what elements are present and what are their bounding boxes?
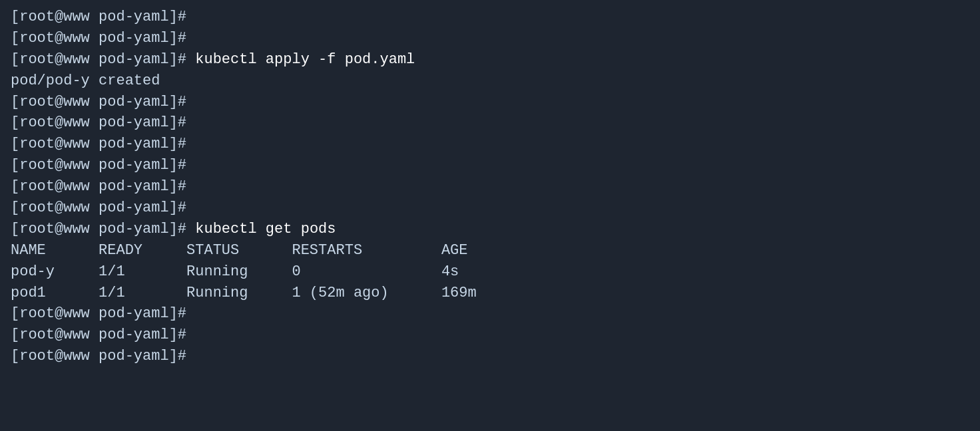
terminal-line-16: [root@www pod-yaml]# [11, 325, 969, 346]
terminal-line-4: pod/pod-y created [11, 71, 969, 92]
terminal-line-9: [root@www pod-yaml]# [11, 176, 969, 198]
terminal-line-2: [root@www pod-yaml]# [11, 28, 969, 49]
command-3: kubectl apply -f pod.yaml [186, 51, 415, 68]
terminal-line-13: pod-y 1/1 Running 0 4s [11, 261, 969, 283]
terminal-line-15: [root@www pod-yaml]# [11, 303, 969, 325]
terminal-line-5: [root@www pod-yaml]# [11, 92, 969, 113]
terminal-line-7: [root@www pod-yaml]# [11, 134, 969, 155]
command-11: kubectl get pods [186, 221, 336, 237]
prompt-11: [root@www pod-yaml]# [11, 221, 186, 237]
terminal-line-1: [root@www pod-yaml]# [11, 7, 969, 28]
terminal-line-12: NAME READY STATUS RESTARTS AGE [11, 240, 969, 261]
terminal-line-3: [root@www pod-yaml]# kubectl apply -f po… [11, 49, 969, 71]
terminal-line-8: [root@www pod-yaml]# [11, 155, 969, 176]
terminal-line-11: [root@www pod-yaml]# kubectl get pods [11, 219, 969, 240]
terminal-window[interactable]: [root@www pod-yaml]# [root@www pod-yaml]… [0, 0, 980, 431]
terminal-line-6: [root@www pod-yaml]# [11, 112, 969, 134]
terminal-line-10: [root@www pod-yaml]# [11, 198, 969, 219]
prompt-3: [root@www pod-yaml]# [11, 51, 186, 68]
terminal-line-14: pod1 1/1 Running 1 (52m ago) 169m [11, 283, 969, 304]
terminal-line-17: [root@www pod-yaml]# [11, 346, 969, 367]
